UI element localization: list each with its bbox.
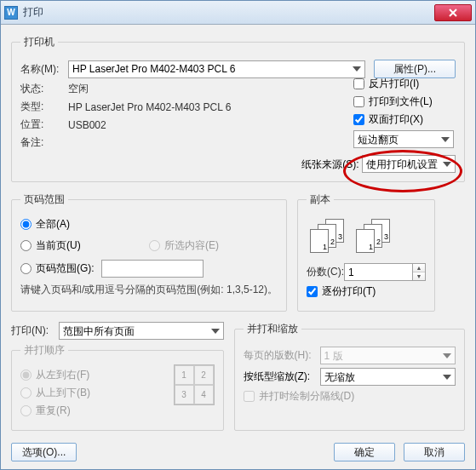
reverse-print-checkbox[interactable]: 反片打印(I): [353, 77, 456, 91]
duplex-mode-select[interactable]: 短边翻页: [353, 130, 454, 148]
copies-down[interactable]: ▼: [413, 272, 425, 280]
range-current-radio[interactable]: 当前页(U): [20, 238, 149, 253]
status-label: 状态:: [20, 82, 68, 96]
range-hint: 请键入页码和/或用逗号分隔的页码范围(例如: 1,3,5-12)。: [20, 283, 278, 297]
copies-label: 份数(C):: [307, 265, 344, 279]
duplex-checkbox[interactable]: 双面打印(X): [353, 112, 456, 127]
pages-per-sheet-label: 每页的版数(H):: [244, 348, 320, 363]
order-group-label: 并打顺序: [20, 343, 68, 358]
printer-group-label: 打印机: [20, 35, 58, 49]
collate-checkbox[interactable]: 逐份打印(T): [307, 284, 426, 299]
copies-group-label: 副本: [307, 192, 334, 207]
status-value: 空闲: [68, 82, 89, 96]
comment-label: 备注:: [20, 135, 68, 150]
page-range-group-label: 页码范围: [20, 192, 68, 207]
order-ltr-radio: 从左到右(F): [20, 368, 165, 382]
reverse-print-label: 反片打印(I): [369, 77, 419, 91]
copies-group: 副本 321 321 份数(C): ▲▼ 逐份打印(T): [297, 192, 435, 312]
printer-name-select[interactable]: HP LaserJet Pro M402-M403 PCL 6: [68, 60, 365, 78]
print-to-file-checkbox[interactable]: 打印到文件(L): [353, 95, 456, 109]
window-title: 打印: [23, 5, 434, 20]
order-repeat-radio: 重复(R): [20, 404, 165, 418]
print-what-label: 打印(N):: [11, 324, 59, 338]
scale-to-paper-label: 按纸型缩放(Z):: [244, 370, 320, 384]
print-what-select[interactable]: 范围中所有页面: [59, 322, 224, 340]
page-range-group: 页码范围 全部(A) 当前页(U) 所选内容(E) 页码范围(G): 请键入页: [11, 192, 287, 312]
close-button[interactable]: [434, 4, 472, 21]
range-pages-radio[interactable]: 页码范围(G):: [20, 260, 278, 278]
collate-preview: 321 321: [310, 219, 426, 255]
duplex-label: 双面打印(X): [369, 112, 423, 127]
titlebar: W 打印: [1, 1, 475, 25]
ok-button[interactable]: 确定: [334, 443, 395, 461]
close-icon: [448, 8, 458, 18]
port-value: USB002: [68, 119, 106, 131]
print-to-file-label: 打印到文件(L): [369, 95, 433, 109]
copies-up[interactable]: ▲: [413, 264, 425, 272]
scale-to-paper-select[interactable]: 无缩放: [320, 368, 456, 386]
copies-input[interactable]: [344, 263, 412, 281]
range-pages-input[interactable]: [101, 260, 204, 278]
order-ttb-radio: 从上到下(B): [20, 386, 165, 400]
zoom-group-label: 并打和缩放: [244, 322, 301, 336]
draw-divider-checkbox: 并打时绘制分隔线(D): [244, 389, 456, 404]
name-label: 名称(M):: [20, 62, 68, 77]
paper-source-label: 纸张来源(S):: [301, 158, 358, 170]
printer-group: 打印机 名称(M): HP LaserJet Pro M402-M403 PCL…: [11, 35, 465, 182]
order-group: 并打顺序 从左到右(F) 从上到下(B) 重复(R) 1234: [11, 343, 224, 431]
range-all-radio[interactable]: 全部(A): [20, 217, 278, 232]
port-label: 位置:: [20, 118, 68, 132]
order-preview: 1234: [174, 364, 215, 405]
cancel-button[interactable]: 取消: [404, 443, 465, 461]
zoom-group: 并打和缩放 每页的版数(H): 1 版 按纸型缩放(Z): 无缩放 并打时绘制分…: [234, 322, 466, 431]
type-label: 类型:: [20, 100, 68, 114]
range-selection-radio: 所选内容(E): [149, 238, 278, 253]
app-icon: W: [4, 6, 18, 20]
options-button[interactable]: 选项(O)...: [11, 443, 77, 461]
paper-source-select[interactable]: 使用打印机设置: [362, 155, 456, 173]
type-value: HP LaserJet Pro M402-M403 PCL 6: [68, 101, 231, 113]
pages-per-sheet-select: 1 版: [320, 347, 456, 364]
